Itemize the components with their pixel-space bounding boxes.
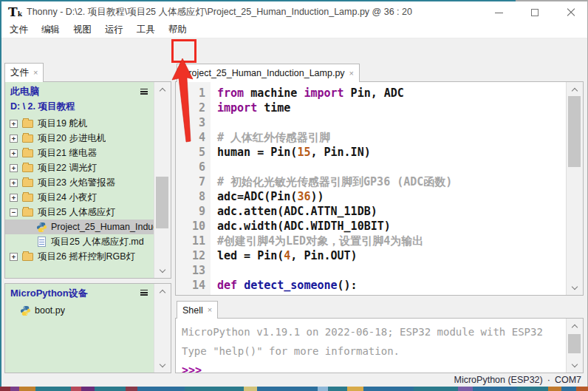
expand-icon[interactable]: + (10, 164, 18, 172)
expand-icon[interactable]: + (10, 120, 18, 128)
editor-scrollbar[interactable] (566, 82, 583, 295)
device-file-label: boot.py (35, 305, 65, 316)
folder-icon (22, 194, 33, 202)
annotation-arrow (170, 57, 195, 144)
tree-item[interactable]: +项目20 步进电机 (5, 131, 154, 146)
code-line: human = Pin(15, Pin.IN) (217, 145, 566, 160)
menu-item[interactable]: 编辑 (35, 22, 66, 38)
window-border-top (0, 0, 516, 1)
scroll-up-icon[interactable] (567, 84, 583, 95)
window-title: Thonny - D:\2. 项目教程\项目25 人体感应灯\Project_2… (27, 1, 412, 22)
code-line (217, 115, 566, 130)
scroll-up-icon[interactable] (154, 84, 171, 95)
code-line: led = Pin(4, Pin.OUT) (217, 248, 566, 263)
current-path[interactable]: D: \ 2. 项目教程 (5, 98, 154, 115)
desktop-background-sliver (0, 387, 588, 391)
expand-icon[interactable]: + (10, 149, 18, 157)
editor-tab-label: Project_25_Human_Induction_Lamp.py (182, 68, 345, 78)
tree-item[interactable]: Project_25_Human_Inducti (5, 220, 154, 234)
python-file-icon (36, 222, 47, 233)
code-line: # 初始化光敏光传感器引脚到GP36 (ADC函数) (217, 174, 566, 189)
tab-close-icon[interactable]: × (33, 69, 38, 77)
menu-item[interactable]: 帮助 (162, 22, 194, 38)
scrollbar-thumb[interactable] (156, 177, 168, 228)
menu-item[interactable]: 文件 (3, 22, 35, 38)
shell-prompt[interactable]: >>> (182, 361, 566, 373)
line-number: 14 (176, 278, 205, 293)
tree-item[interactable]: 项目25 人体感应灯.md (5, 234, 154, 249)
scroll-down-icon[interactable] (154, 359, 171, 371)
scrollbar-thumb[interactable] (568, 96, 581, 167)
tree-item[interactable]: +项目23 火焰警报器 (5, 175, 154, 190)
thonny-window: Tk Thonny - D:\2. 项目教程\项目25 人体感应灯\Projec… (0, 0, 588, 391)
expand-icon[interactable]: + (10, 194, 18, 202)
folder-icon (22, 164, 33, 172)
shell-output[interactable]: MicroPython v1.19.1 on 2022-06-18; ESP32… (176, 319, 566, 373)
tree-item[interactable]: +项目26 摇杆控制RGB灯 (5, 249, 154, 264)
tree-item[interactable]: +项目19 舵机 (5, 116, 154, 131)
tree-item[interactable]: +项目24 小夜灯 (5, 190, 154, 205)
tree-item-label: 项目19 舵机 (38, 118, 87, 130)
code-line: #创建引脚4为LED对象，设置引脚4为输出 (217, 234, 566, 248)
maximize-icon (531, 9, 539, 16)
tab-editor-file[interactable]: Project_25_Human_Induction_Lamp.py × (177, 64, 360, 82)
shell-output-line: MicroPython v1.19.1 on 2022-06-18; ESP32… (182, 322, 566, 341)
scroll-up-icon[interactable] (567, 320, 583, 332)
line-number: 8 (176, 189, 205, 204)
code-editor[interactable]: 1234567891011121314 from machine import … (175, 81, 584, 296)
menu-item[interactable]: 视图 (66, 22, 98, 38)
tree-item[interactable]: +项目21 继电器 (5, 146, 154, 160)
folder-icon (22, 149, 33, 157)
code-line: from machine import Pin, ADC (217, 86, 566, 101)
files-menu-icon[interactable] (140, 89, 148, 95)
files-scrollbar[interactable] (154, 82, 171, 278)
scrollbar-thumb[interactable] (568, 334, 581, 353)
shell-panel[interactable]: MicroPython v1.19.1 on 2022-06-18; ESP32… (175, 318, 584, 373)
tree-item-label: 项目26 摇杆控制RGB灯 (38, 251, 135, 263)
tree-item-label: 项目24 小夜灯 (38, 191, 97, 204)
folder-icon (22, 253, 33, 261)
device-menu-icon[interactable] (140, 290, 148, 296)
tree-item-label: 项目22 调光灯 (38, 162, 97, 174)
collapse-icon[interactable]: − (10, 208, 18, 217)
code-line (217, 160, 566, 174)
python-file-icon (20, 305, 31, 316)
toolbar: STOP (1, 38, 587, 64)
this-computer-label[interactable]: 此电脑 (5, 82, 154, 98)
maximize-button[interactable] (522, 3, 547, 22)
folder-icon (22, 120, 33, 128)
expand-icon[interactable]: + (10, 179, 18, 187)
device-file-list: boot.py (5, 303, 154, 318)
tree-item[interactable]: +项目22 调光灯 (5, 160, 154, 175)
scroll-down-icon[interactable] (154, 265, 171, 276)
menu-item[interactable]: 运行 (98, 22, 130, 38)
shell-tab-label: Shell (182, 305, 203, 316)
scroll-down-icon[interactable] (567, 282, 583, 293)
status-interpreter[interactable]: MicroPython (ESP32) (454, 375, 543, 385)
line-number: 13 (176, 263, 205, 278)
tab-close-icon[interactable]: × (208, 306, 212, 314)
code-line: # 人体红外传感器引脚 (217, 130, 566, 145)
scroll-up-icon[interactable] (154, 285, 171, 297)
code-line: import time (217, 101, 566, 115)
device-file-item[interactable]: boot.py (5, 303, 154, 318)
tab-shell[interactable]: Shell × (177, 301, 218, 319)
tab-files[interactable]: 文件 × (4, 63, 44, 82)
file-tree: +项目19 舵机+项目20 步进电机+项目21 继电器+项目22 调光灯+项目2… (5, 116, 154, 264)
tree-item[interactable]: −项目25 人体感应灯 (5, 205, 154, 220)
line-number: 6 (176, 160, 205, 174)
shell-scrollbar[interactable] (566, 319, 583, 373)
close-button[interactable] (558, 3, 584, 22)
expand-icon[interactable]: + (10, 253, 18, 261)
scroll-down-icon[interactable] (567, 359, 583, 371)
expand-icon[interactable]: + (10, 135, 18, 143)
tab-close-icon[interactable]: × (349, 69, 354, 78)
code-line: adc.atten(ADC.ATTN_11DB) (217, 204, 566, 219)
menu-item[interactable]: 工具 (130, 22, 162, 38)
minimize-button[interactable] (486, 3, 511, 22)
status-port[interactable]: COM7 (555, 375, 581, 385)
thonny-logo-icon: Tk (8, 4, 23, 19)
device-scrollbar[interactable] (154, 284, 171, 373)
code-area[interactable]: from machine import Pin, ADCimport time … (211, 82, 566, 295)
title-bar: Tk Thonny - D:\2. 项目教程\项目25 人体感应灯\Projec… (1, 1, 587, 22)
